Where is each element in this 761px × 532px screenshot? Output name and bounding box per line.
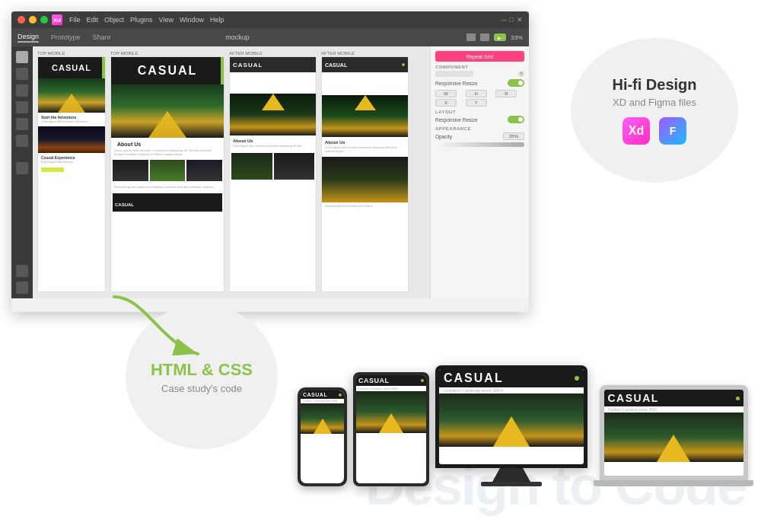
layout-section: LAYOUT <box>435 110 524 114</box>
tab-prototype[interactable]: Prototype <box>51 33 81 41</box>
component-dropdown[interactable] <box>435 71 473 77</box>
monitor-base <box>481 482 542 486</box>
monitor-content: CASUAL Outdoor Camping since 2001 <box>439 369 584 447</box>
text-tool[interactable] <box>16 135 28 147</box>
laptop-base <box>594 480 753 486</box>
desktop-sm2-content: About Us Lorem ipsum dolor sit amet cons… <box>322 137 408 157</box>
repeat-grid-btn[interactable]: Repeat Grid <box>435 51 524 62</box>
laptop-device: CASUAL Outdoor Camping since 2001 <box>600 385 748 480</box>
phone-device: CASUAL Outdoor Camping since 2001 <box>298 387 347 486</box>
tablet-green-dot <box>421 379 424 382</box>
line-tool[interactable] <box>16 101 28 113</box>
menu-edit[interactable]: Edit <box>87 16 99 24</box>
ellipse-tool[interactable] <box>16 84 28 97</box>
menu-view[interactable]: View <box>159 16 174 24</box>
close-btn[interactable] <box>18 16 25 24</box>
responsive-label: Responsive Resize <box>435 81 478 86</box>
component-info[interactable]: ? <box>518 71 524 77</box>
layer-tool[interactable] <box>16 282 28 294</box>
width-input[interactable]: W <box>435 90 457 97</box>
html-sub: Case study's code <box>161 383 242 394</box>
opacity-input[interactable]: 25% <box>503 132 524 140</box>
opacity-slider[interactable] <box>435 142 524 147</box>
desktop-sm2-header: CASUAL <box>322 57 408 72</box>
hifi-title: Hi-fi Design <box>612 76 696 94</box>
tablet-screen: CASUAL Outdoor Camping since 2001 <box>356 375 426 483</box>
desktop-sm-tent <box>262 94 285 110</box>
maximize-btn[interactable] <box>40 16 48 24</box>
xd-app-icon: Xd <box>622 117 650 145</box>
artboard-desktop-sm-2[interactable]: CASUAL About Us Lorem ipsum dolor sit am… <box>321 56 409 292</box>
mobile-cta[interactable] <box>41 167 64 172</box>
minimize-btn[interactable] <box>29 16 37 24</box>
tab-design[interactable]: Design <box>18 33 39 43</box>
grid-tool[interactable] <box>16 265 28 277</box>
mobile-text-2: Casual Experience Exploring the wild out… <box>38 153 105 167</box>
artboard-mobile[interactable]: CASUAL Start the Adventure Lorem ipsum d… <box>37 56 106 292</box>
xd-canvas: TOP MOBILE CASUAL Start the Adventure Lo… <box>33 46 430 298</box>
x-input[interactable]: X <box>435 99 457 107</box>
desktop-sm2-body: Lorem ipsum dolor sit amet consectetur a… <box>325 146 405 154</box>
hifi-icons: Xd F <box>622 117 686 145</box>
menu-plugins[interactable]: Plugins <box>130 16 153 24</box>
responsive-toggle[interactable] <box>508 79 524 87</box>
phone-tent <box>314 419 332 434</box>
height-input[interactable]: H <box>466 90 487 97</box>
green-accent <box>102 57 105 78</box>
artboard-label-desktop: AFTER MOBILE <box>229 51 317 56</box>
layout-toggle[interactable] <box>508 116 524 123</box>
toolbar-icon-1[interactable] <box>466 33 476 41</box>
monitor-stand <box>492 468 530 482</box>
zoom-tool[interactable] <box>16 162 28 174</box>
menu-file[interactable]: File <box>69 16 81 24</box>
rotation-input[interactable]: R <box>495 90 517 97</box>
menu-object[interactable]: Object <box>104 16 124 24</box>
desktop-sm-adventure: About Us <box>233 139 313 143</box>
pen-tool[interactable] <box>16 118 28 130</box>
tablet-footer-brand: CASUAL <box>115 202 134 207</box>
grid-cell-2 <box>274 153 315 180</box>
phone-hero <box>301 403 344 434</box>
laptop-header: CASUAL <box>604 390 743 406</box>
grid-img-2 <box>150 160 186 181</box>
artboard-tablet[interactable]: CASUAL About Us Lorem ipsum dolor sit am… <box>110 56 224 292</box>
monitor-device: CASUAL Outdoor Camping since 2001 <box>435 365 587 468</box>
desktop-sm2-img <box>322 157 408 202</box>
desktop-sm-hero <box>230 94 316 135</box>
tab-share[interactable]: Share <box>93 33 111 41</box>
monitor-screen: CASUAL Outdoor Camping since 2001 <box>439 369 584 464</box>
tablet-screen-brand: CASUAL <box>358 377 390 384</box>
laptop-tagline: Outdoor Camping since 2001 <box>604 406 743 413</box>
hifi-bubble: Hi-fi Design XD and Figma files Xd F <box>571 38 738 183</box>
mobile-header: CASUAL <box>38 57 105 78</box>
grid-cell-1 <box>231 153 272 180</box>
phone-screen: CASUAL Outdoor Camping since 2001 <box>301 390 344 483</box>
arrow-container <box>99 282 221 376</box>
tablet-screen-tent <box>379 413 403 433</box>
laptop-brand: CASUAL <box>608 392 659 404</box>
file-name: mockup <box>225 33 250 41</box>
play-btn[interactable]: ▶ <box>494 33 506 41</box>
artboard-desktop-sm[interactable]: CASUAL About Us Lorem ipsum dolor sit am… <box>229 56 317 292</box>
y-input[interactable]: Y <box>466 99 487 107</box>
component-section: Component <box>435 65 524 69</box>
monitor-tagline: Outdoor Camping since 2001 <box>439 387 584 393</box>
menu-help[interactable]: Help <box>210 16 224 24</box>
tablet-text-1: About Us Lorem ipsum dolor sit amet, con… <box>111 138 224 158</box>
desktop-sm-header: CASUAL <box>230 57 316 72</box>
grid-img-3 <box>186 160 222 181</box>
xd-body: TOP MOBILE CASUAL Start the Adventure Lo… <box>11 46 529 298</box>
toolbar-icon-2[interactable] <box>480 33 489 41</box>
desktop-sm2-footer-text: Camping adventures await you in nature. <box>322 202 408 210</box>
phone-brand: CASUAL <box>303 392 327 397</box>
laptop-device-wrap: CASUAL Outdoor Camping since 2001 <box>594 385 753 486</box>
desktop-sm2-hero <box>322 95 408 137</box>
tablet-img-grid <box>111 158 224 183</box>
desktop-sm2-tent <box>355 95 376 110</box>
tablet-footer: CASUAL <box>113 193 222 212</box>
phone-green-dot <box>339 393 342 397</box>
rectangle-tool[interactable] <box>16 68 28 80</box>
phone-screen-header: CASUAL <box>301 390 344 399</box>
menu-window[interactable]: Window <box>180 16 204 24</box>
select-tool[interactable] <box>16 51 28 63</box>
